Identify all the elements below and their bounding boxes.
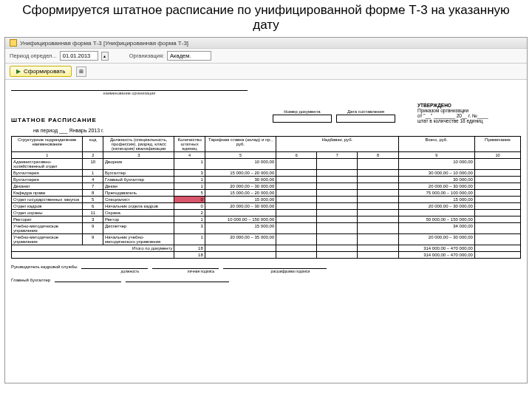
approve-l1: Приказом организации bbox=[417, 108, 521, 113]
table-row: Отдел охраны11Охрана2 bbox=[12, 210, 521, 216]
toolbar-actions: ▶ Сформировать ⊞ bbox=[5, 64, 527, 80]
col-dep: Структурное подразделение наименование bbox=[12, 137, 83, 152]
sig-pos: должность bbox=[97, 269, 163, 273]
sig1-label: Руководитель кадровой службы bbox=[11, 265, 77, 269]
docnum-box bbox=[273, 115, 332, 123]
docdate-label: Дата составления bbox=[336, 109, 395, 114]
col-note: Примечание bbox=[474, 137, 520, 152]
col-code: код bbox=[83, 137, 103, 152]
org-name-sublabel: наименование организации bbox=[11, 91, 248, 95]
col-allow: Надбавки, руб. bbox=[276, 137, 398, 152]
period-label: Период определ... bbox=[10, 52, 57, 59]
org-label: Организация: bbox=[129, 52, 164, 59]
org-name-line bbox=[11, 84, 248, 91]
col-pos: Должность (специальность, профессия), ра… bbox=[103, 137, 174, 152]
toolbar-extra-button[interactable]: ⊞ bbox=[76, 66, 86, 77]
org-input[interactable]: Академ. bbox=[167, 51, 211, 61]
date-stepper[interactable]: ▴ bbox=[101, 52, 109, 61]
total-units2: 18 bbox=[174, 252, 205, 259]
table-row: Отдел государственных закупок5Специалист… bbox=[12, 197, 521, 203]
docdate-box bbox=[336, 115, 395, 123]
title-bar: Унифицированная форма Т-3 [Унифицированн… bbox=[5, 38, 527, 49]
document-icon bbox=[10, 39, 17, 47]
doc-title: ШТАТНОЕ РАСПИСАНИЕ bbox=[11, 117, 97, 123]
generate-button[interactable]: ▶ Сформировать bbox=[10, 66, 72, 77]
date-input[interactable]: 01.01.2013 bbox=[60, 51, 98, 61]
table-row: Кафедра права8Преподаватель515 000,00 – … bbox=[12, 190, 521, 197]
total-units: 18 bbox=[174, 245, 205, 252]
slide-title: Сформируется штатное расписание по унифи… bbox=[0, 0, 532, 37]
table-row: Административно-хозяйственный отдел10Дво… bbox=[12, 159, 521, 170]
sig-sign: личная подпись bbox=[168, 269, 234, 273]
table-row: Учебно-методическое управление9Диспетчер… bbox=[12, 223, 521, 234]
sig2-label: Главный бухгалтер bbox=[11, 278, 50, 282]
period-row: на период ___ Январь 2013 г. bbox=[33, 128, 521, 133]
sig-name: расшифровка подписи bbox=[239, 269, 342, 273]
play-icon: ▶ bbox=[16, 68, 21, 75]
approve-block: УТВЕРЖДЕНО Приказом организации от "__" … bbox=[417, 103, 521, 123]
document-area: наименование организации ШТАТНОЕ РАСПИСА… bbox=[5, 80, 527, 383]
app-window: Унифицированная форма Т-3 [Унифицированн… bbox=[4, 37, 528, 383]
toolbar-params: Период определ... 01.01.2013 ▴ Организац… bbox=[5, 49, 527, 64]
table-row: Отдел кадров6Начальник отдела кадров020 … bbox=[12, 203, 521, 210]
staffing-table: Структурное подразделение наименование к… bbox=[11, 136, 521, 259]
approve-l3: штат в количестве 18 единиц bbox=[417, 118, 521, 123]
col-total: Всего, руб. bbox=[398, 137, 474, 152]
docnum-label: Номер документа bbox=[273, 109, 332, 114]
signatures: Руководитель кадровой службы должность л… bbox=[11, 263, 521, 282]
table-row: Учебно-методическое управление9Начальник… bbox=[12, 234, 521, 245]
total-sum: 314 000,00 – 470 000,00 bbox=[398, 245, 474, 252]
total-sum2: 314 000,00 – 470 000,00 bbox=[398, 252, 474, 259]
table-row: Деканат7Декан120 000,00 – 30 000,0020 00… bbox=[12, 183, 521, 190]
col-units: Количество штатных единиц bbox=[174, 137, 205, 152]
total-label: Итого по документу bbox=[12, 245, 174, 252]
window-title: Унифицированная форма Т-3 [Унифицированн… bbox=[20, 40, 188, 47]
generate-label: Сформировать bbox=[24, 68, 65, 75]
table-row: Бухгалтерия1Бухгалтер315 000,00 – 20 000… bbox=[12, 170, 521, 177]
approve-title: УТВЕРЖДЕНО bbox=[417, 103, 521, 108]
approve-l2: от "__" ________ 20__ г. №____ bbox=[417, 113, 521, 118]
col-rate: Тарифная ставка (оклад) и пр., руб. bbox=[205, 137, 276, 152]
table-row: Бухгалтерия4Главный бухгалтер130 000,003… bbox=[12, 177, 521, 183]
table-row: Ректорат3Ректор110 000,00 – 150 000,0050… bbox=[12, 216, 521, 223]
